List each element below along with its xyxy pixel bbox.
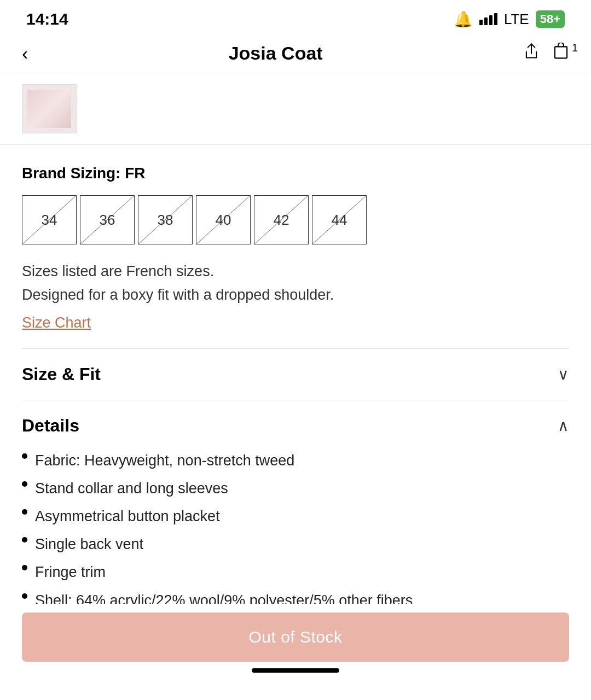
bullet-icon — [22, 509, 27, 515]
bullet-icon — [22, 481, 27, 487]
sizes-note: Sizes listed are French sizes. Designed … — [22, 260, 569, 335]
nav-bar: ‹ Josia Coat 1 — [0, 34, 591, 73]
list-item: Fabric: Heavyweight, non-stretch tweed — [22, 447, 569, 475]
cart-icon[interactable]: 1 — [553, 43, 569, 64]
bullet-icon — [22, 537, 27, 542]
signal-bar-4 — [494, 13, 497, 25]
size-option-34[interactable]: 34 — [22, 195, 77, 244]
battery-indicator: 58+ — [536, 10, 565, 28]
status-right: 🔔 LTE 58+ — [454, 10, 565, 28]
status-time: 14:14 — [26, 10, 68, 28]
size-option-36[interactable]: 36 — [80, 195, 135, 244]
list-item: Single back vent — [22, 530, 569, 558]
product-thumbnail — [22, 84, 77, 133]
out-of-stock-button[interactable]: Out of Stock — [22, 612, 569, 662]
home-indicator — [252, 668, 339, 673]
size-fit-section: Size & Fit ∨ — [22, 348, 569, 400]
signal-bar-1 — [479, 20, 483, 25]
svg-rect-0 — [555, 46, 567, 58]
nav-actions: 1 — [523, 43, 569, 64]
cart-count: 1 — [572, 42, 578, 54]
size-grid: 343638404244 — [22, 195, 569, 244]
list-item: Fringe trim — [22, 558, 569, 586]
back-button[interactable]: ‹ — [22, 43, 28, 64]
list-item: Stand collar and long sleeves — [22, 475, 569, 503]
page-title: Josia Coat — [229, 43, 323, 64]
signal-bar-2 — [484, 18, 488, 25]
brand-sizing-section: Brand Sizing: FR 343638404244 Sizes list… — [22, 145, 569, 348]
signal-bar-3 — [489, 15, 493, 25]
size-option-42[interactable]: 42 — [254, 195, 309, 244]
thumbnail-image — [27, 90, 71, 128]
size-chart-link[interactable]: Size Chart — [22, 311, 569, 335]
bullet-icon — [22, 453, 27, 459]
size-fit-title: Size & Fit — [22, 364, 101, 384]
bell-icon: 🔔 — [454, 10, 473, 28]
size-option-40[interactable]: 40 — [196, 195, 251, 244]
list-item: Asymmetrical button placket — [22, 503, 569, 530]
size-fit-chevron-icon: ∨ — [558, 365, 569, 383]
lte-label: LTE — [504, 11, 529, 28]
details-title: Details — [22, 416, 79, 436]
details-accordion-header[interactable]: Details ∧ — [22, 416, 569, 436]
size-fit-accordion-header[interactable]: Size & Fit ∨ — [22, 364, 569, 384]
thumbnail-row — [0, 73, 591, 145]
bottom-bar: Out of Stock — [0, 604, 591, 700]
status-bar: 14:14 🔔 LTE 58+ — [0, 0, 591, 34]
brand-sizing-label: Brand Sizing: FR — [22, 165, 569, 182]
size-option-44[interactable]: 44 — [312, 195, 367, 244]
share-icon[interactable] — [523, 43, 540, 64]
bullet-icon — [22, 593, 27, 599]
size-option-38[interactable]: 38 — [138, 195, 193, 244]
signal-bars — [479, 13, 497, 25]
details-chevron-icon: ∧ — [558, 417, 569, 435]
bullet-icon — [22, 565, 27, 570]
